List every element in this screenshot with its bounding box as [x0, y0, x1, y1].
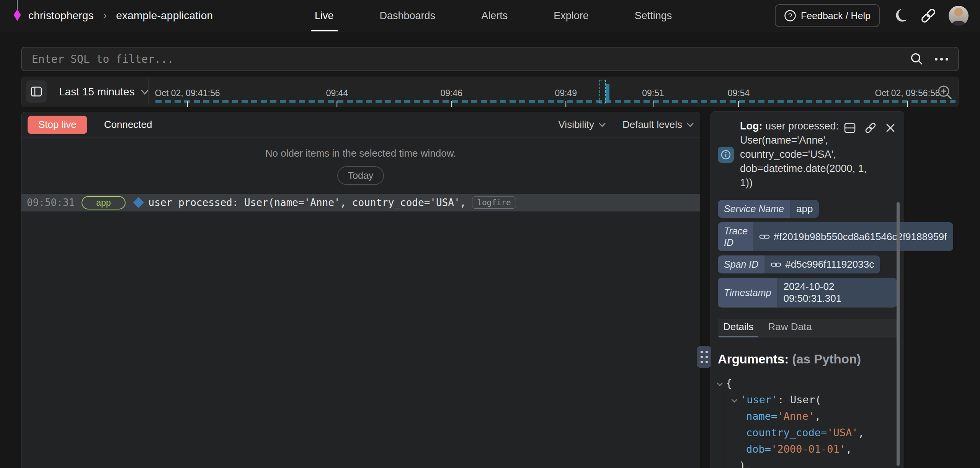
timeline-tick: 09:54: [728, 88, 750, 107]
feedback-help-label: Feedback / Help: [801, 10, 871, 21]
share-link-icon[interactable]: [920, 7, 937, 25]
breadcrumb-separator: ›: [101, 8, 109, 22]
dark-mode-moon-icon[interactable]: [891, 7, 908, 24]
tab-live[interactable]: Live: [311, 0, 338, 31]
sql-filter-bar: [21, 47, 959, 71]
detail-header: Log: user processed: User(name='Anne', c…: [711, 111, 904, 190]
timeline-tick: 09:46: [441, 88, 463, 107]
trace-id-badge: Trace ID #f2019b98b550cd8a61546c2f918895…: [718, 222, 953, 251]
timeline-tick: 09:49: [555, 88, 577, 107]
scope-tag-badge[interactable]: logfire: [472, 196, 516, 209]
chevron-down-icon: [141, 90, 149, 95]
time-range-label: Last 15 minutes: [59, 86, 135, 98]
span-id-badge: Span ID #d5c996f11192033c: [718, 255, 880, 273]
open-split-view-icon[interactable]: [844, 123, 856, 133]
default-levels-dropdown[interactable]: Default levels: [622, 119, 694, 131]
service-tag-badge[interactable]: app: [82, 196, 125, 209]
main-nav: Live Dashboards Alerts Explore Settings: [311, 0, 676, 31]
svg-text:?: ?: [788, 12, 792, 20]
collapse-caret-icon[interactable]: [732, 396, 738, 403]
service-name-badge: Service Name app: [718, 200, 819, 218]
detail-tabs: Details Raw Data: [718, 319, 897, 337]
log-row[interactable]: 09:50:31 app user processed: User(name='…: [21, 193, 700, 212]
header-actions: ? Feedback / Help: [775, 0, 969, 31]
close-icon[interactable]: [885, 123, 895, 133]
link-icon[interactable]: [771, 261, 781, 268]
tab-alerts[interactable]: Alerts: [477, 0, 511, 31]
empty-state: No older items in the selected time wind…: [21, 137, 700, 193]
user-avatar[interactable]: [949, 6, 969, 26]
sql-filter-input[interactable]: [22, 53, 910, 65]
log-level-diamond-icon: [133, 197, 144, 208]
timeline-tick: Oct 02, 09:56:56: [875, 88, 940, 107]
timestamp-badge: Timestamp 2024-10-02 09:50:31.301: [718, 278, 897, 308]
timeline-activity-spike[interactable]: [599, 79, 612, 103]
timeline-selection-box: [599, 80, 606, 103]
collapse-caret-icon[interactable]: [717, 380, 723, 386]
timeline-divider: [148, 79, 149, 105]
empty-message: No older items in the selected time wind…: [21, 147, 700, 159]
logfire-logo-icon[interactable]: [13, 0, 21, 22]
detail-scrollbar[interactable]: [897, 202, 900, 466]
timeline-tick: 09:51: [642, 88, 664, 107]
time-range-dropdown[interactable]: Last 15 minutes: [59, 77, 149, 107]
info-level-icon: [718, 147, 734, 163]
log-message: user processed: User(name='Anne', countr…: [149, 197, 466, 208]
breadcrumb-org[interactable]: christophergs: [28, 10, 94, 22]
tab-details[interactable]: Details: [723, 321, 753, 337]
live-controls-row: Stop live Connected Visibility Default l…: [21, 112, 700, 137]
connection-status: Connected: [104, 119, 152, 131]
feedback-help-button[interactable]: ? Feedback / Help: [775, 4, 880, 27]
timeline-spike-bar: [606, 84, 609, 103]
log-timestamp: 09:50:31: [27, 197, 75, 208]
sidebar-toggle-button[interactable]: [26, 80, 47, 103]
timeline-plot[interactable]: Oct 02, 09:41:56 09:44 09:46 09:49 09:51…: [155, 77, 956, 107]
chevron-down-icon: [687, 123, 694, 127]
breadcrumb-project[interactable]: example-application: [116, 10, 213, 22]
today-button[interactable]: Today: [337, 166, 384, 185]
tab-dashboards[interactable]: Dashboards: [376, 0, 439, 31]
breadcrumb: christophergs › example-application: [13, 0, 213, 31]
question-circle-icon: ?: [784, 10, 796, 22]
permalink-icon[interactable]: [864, 121, 877, 134]
timeline-bar: Last 15 minutes Oct 02, 09:41:56 09:44 0…: [21, 77, 959, 107]
link-icon[interactable]: [759, 233, 770, 241]
search-icon[interactable]: [910, 52, 924, 66]
arguments-heading: Arguments: (as Python): [718, 352, 897, 367]
more-options-icon[interactable]: [935, 58, 948, 61]
detail-badges: Service Name app Trace ID #f2019b98b550c…: [718, 200, 897, 308]
tab-settings[interactable]: Settings: [631, 0, 676, 31]
tab-explore[interactable]: Explore: [550, 0, 593, 31]
arguments-code: { 'user': User( name='Anne', country_cod…: [718, 375, 897, 468]
zoom-in-icon[interactable]: [936, 84, 953, 101]
timeline-tick: 09:44: [326, 88, 348, 107]
stop-live-button[interactable]: Stop live: [28, 116, 87, 134]
visibility-dropdown[interactable]: Visibility: [558, 119, 605, 131]
log-detail-panel: Log: user processed: User(name='Anne', c…: [710, 111, 904, 468]
live-log-list: Stop live Connected Visibility Default l…: [21, 112, 700, 468]
app-header: christophergs › example-application Live…: [0, 0, 980, 31]
chevron-down-icon: [599, 123, 606, 127]
timeline-tick: Oct 02, 09:41:56: [155, 88, 220, 107]
tab-raw-data[interactable]: Raw Data: [768, 321, 812, 337]
panel-resize-handle[interactable]: [697, 346, 711, 368]
